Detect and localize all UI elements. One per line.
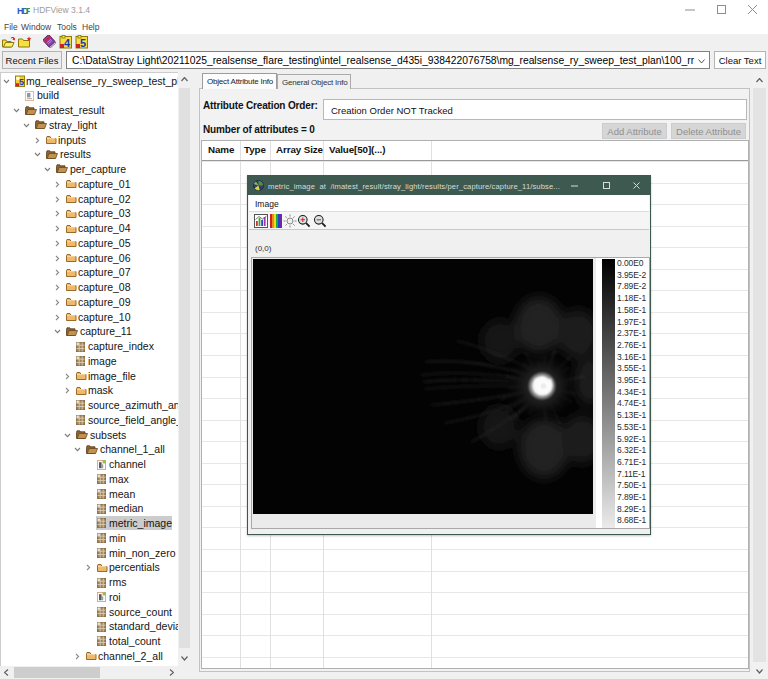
svg-text:4: 4 xyxy=(64,37,71,49)
svg-text:5: 5 xyxy=(80,37,86,49)
svg-text:F: F xyxy=(26,6,30,15)
svg-text:5: 5 xyxy=(19,77,24,87)
